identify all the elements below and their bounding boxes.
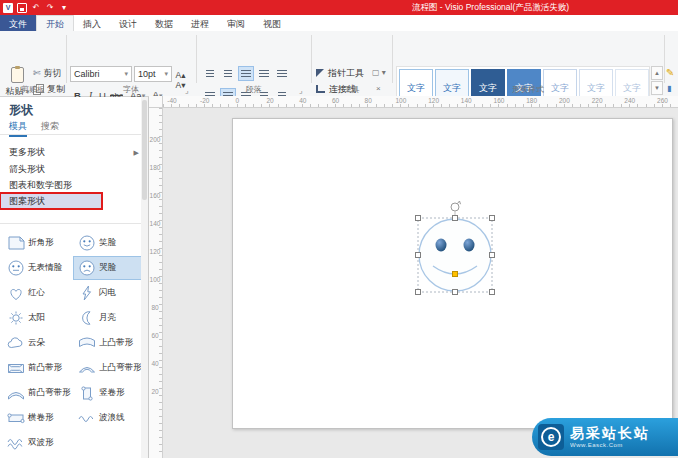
sun-icon xyxy=(5,309,27,327)
tab-file[interactable]: 文件 xyxy=(0,15,36,31)
bullets-button[interactable] xyxy=(202,66,218,81)
h-ruler-label: 40 xyxy=(299,97,306,104)
align-center-icon xyxy=(259,70,269,77)
redo-icon[interactable]: ↷ xyxy=(45,3,55,13)
shape-item-scroll-vertical[interactable]: 竖卷形 xyxy=(73,381,143,405)
v-ruler-label: 200 xyxy=(149,136,161,143)
shape-item-wave[interactable]: 波浪线 xyxy=(73,406,143,430)
h-ruler-label: 220 xyxy=(592,97,603,104)
folded-corner-icon xyxy=(5,234,27,252)
rotation-handle[interactable] xyxy=(451,203,459,211)
easck-e-icon: e xyxy=(541,427,561,447)
shape-item-band-curve-up[interactable]: 上凸弯带形 xyxy=(73,356,143,380)
shape-item-cry-face[interactable]: 哭脸 xyxy=(73,256,143,280)
tab-insert[interactable]: 插入 xyxy=(74,15,110,31)
mouth-control-handle[interactable] xyxy=(453,272,458,277)
shape-item-smiley[interactable]: 笑脸 xyxy=(73,231,143,255)
shape-item-band-front[interactable]: 前凸带形 xyxy=(2,356,72,380)
h-ruler-label: 100 xyxy=(395,97,406,104)
selection-handle[interactable] xyxy=(490,253,495,258)
align-right-icon xyxy=(277,70,287,77)
v-ruler-label: 40 xyxy=(149,360,161,367)
title-bar: V ↶ ↷ ▾ 流程图 - Visio Professional(产品激活失败) xyxy=(0,0,678,15)
shape-item-cloud[interactable]: 云朵 xyxy=(2,331,72,355)
shape-label: 竖卷形 xyxy=(99,387,125,399)
save-icon[interactable] xyxy=(17,3,27,13)
shape-item-band-up[interactable]: 上凸带形 xyxy=(73,331,143,355)
selection-handle[interactable] xyxy=(416,216,421,221)
ribbon-tabs: 文件开始插入设计数据进程审阅视图 xyxy=(0,15,678,31)
align-center-button[interactable] xyxy=(256,66,272,81)
undo-icon[interactable]: ↶ xyxy=(31,3,41,13)
smiley-face-shape[interactable] xyxy=(405,198,505,303)
shapes-panel: 形状 模具搜索 更多形状 ▶ 箭头形状图表和数学图形图案形状 折角形笑脸无表情脸… xyxy=(0,97,149,458)
shape-label: 云朵 xyxy=(28,337,45,349)
shape-label: 无表情脸 xyxy=(28,262,62,274)
shape-item-moon[interactable]: 月亮 xyxy=(73,306,143,330)
tab-review[interactable]: 审阅 xyxy=(218,15,254,31)
shapes-grid: 折角形笑脸无表情脸哭脸红心闪电太阳月亮云朵上凸带形前凸带形上凸弯带形前凸弯带形竖… xyxy=(0,229,141,458)
h-ruler-label: 140 xyxy=(461,97,472,104)
drawing-canvas[interactable] xyxy=(163,108,678,458)
smiley-outline[interactable] xyxy=(419,219,491,291)
selection-handle[interactable] xyxy=(490,216,495,221)
fill-format-icon[interactable]: ▮ xyxy=(667,84,671,93)
shape-label: 红心 xyxy=(28,287,45,299)
font-name-combo[interactable]: Calibri▾ xyxy=(70,66,132,82)
align-left-button[interactable] xyxy=(238,66,254,81)
tab-view[interactable]: 视图 xyxy=(254,15,290,31)
tab-data[interactable]: 数据 xyxy=(146,15,182,31)
stencil-item-2[interactable]: 图案形状 xyxy=(0,193,102,209)
shape-item-heart[interactable]: 红心 xyxy=(2,281,72,305)
shape-item-lightning[interactable]: 闪电 xyxy=(73,281,143,305)
more-shapes-button[interactable]: 更多形状 ▶ xyxy=(9,146,139,159)
shape-label: 月亮 xyxy=(99,312,116,324)
v-ruler-label: 60 xyxy=(149,332,161,339)
numbering-button[interactable] xyxy=(220,66,236,81)
v-ruler: 20018016014012010080604020 xyxy=(149,108,163,458)
selection-handle[interactable] xyxy=(453,290,458,295)
shape-item-band-curve-front[interactable]: 前凸弯带形 xyxy=(2,381,72,405)
tools-group-caption: 工具 xyxy=(311,84,392,95)
shape-item-neutral-face[interactable]: 无表情脸 xyxy=(2,256,72,280)
window-title: 流程图 - Visio Professional(产品激活失败) xyxy=(412,2,569,14)
rectangle-tool-button[interactable]: ▢ ▾ xyxy=(372,68,386,77)
smiley-icon xyxy=(76,234,98,252)
band-up-icon xyxy=(76,334,98,352)
tab-process[interactable]: 进程 xyxy=(182,15,218,31)
font-name-value: Calibri xyxy=(74,69,100,79)
font-size-combo[interactable]: 10pt▾ xyxy=(134,66,172,82)
stencil-item-0[interactable]: 箭头形状 xyxy=(0,161,102,177)
h-ruler-label: 260 xyxy=(657,97,668,104)
gallery-up-icon[interactable]: ▲ xyxy=(651,66,663,80)
shape-item-double-wave[interactable]: 双波形 xyxy=(2,431,72,455)
selection-handle[interactable] xyxy=(416,253,421,258)
align-right-button[interactable] xyxy=(274,66,290,81)
qat-customize-icon[interactable]: ▾ xyxy=(59,3,69,13)
cut-button[interactable]: ✄剪切 xyxy=(33,66,62,80)
panel-scrollbar[interactable] xyxy=(141,97,148,458)
shape-item-sun[interactable]: 太阳 xyxy=(2,306,72,330)
shape-label: 双波形 xyxy=(28,437,54,449)
scrollbar-thumb[interactable] xyxy=(142,100,147,200)
shape-label: 波浪线 xyxy=(99,412,125,424)
selection-handle[interactable] xyxy=(416,290,421,295)
shape-item-scroll-horizontal[interactable]: 横卷形 xyxy=(2,406,72,430)
h-ruler-label: 200 xyxy=(559,97,570,104)
watermark-domain: Www.Easck.Com xyxy=(570,442,650,448)
chevron-down-icon: ▾ xyxy=(124,70,128,78)
shape-item-folded-corner[interactable]: 折角形 xyxy=(2,231,72,255)
group-separator xyxy=(66,35,67,83)
pointer-tool-button[interactable]: 指针工具 xyxy=(316,66,364,80)
stencil-item-1[interactable]: 图表和数学图形 xyxy=(0,177,102,193)
selection-handle[interactable] xyxy=(490,290,495,295)
edit-pencil-icon[interactable]: ✎ xyxy=(666,67,674,78)
tab-design[interactable]: 设计 xyxy=(110,15,146,31)
v-ruler-label: 80 xyxy=(149,304,161,311)
selection-handle[interactable] xyxy=(453,216,458,221)
shape-label: 上凸带形 xyxy=(99,337,133,349)
tab-home[interactable]: 开始 xyxy=(36,15,74,31)
shape-label: 前凸弯带形 xyxy=(28,387,71,399)
visio-app-icon[interactable]: V xyxy=(3,3,13,13)
font-size-value: 10pt xyxy=(138,69,156,79)
